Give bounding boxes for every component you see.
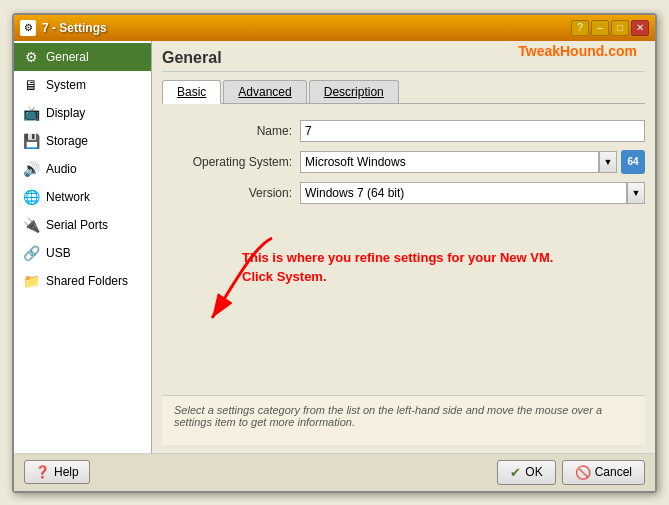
- title-bar: ⚙ 7 - Settings ? – □ ✕: [14, 15, 655, 41]
- version-select-wrapper: Windows 7 (64 bit) ▼: [300, 182, 645, 204]
- help-icon: ❓: [35, 465, 50, 479]
- sidebar-item-display[interactable]: 📺 Display: [14, 99, 151, 127]
- close-btn[interactable]: ✕: [631, 20, 649, 36]
- sidebar-item-label-system: System: [46, 78, 86, 92]
- network-icon: 🌐: [22, 188, 40, 206]
- watermark: TweakHound.com: [518, 43, 637, 59]
- annotation-box: This is where you refine settings for yo…: [162, 218, 645, 395]
- sidebar-item-network[interactable]: 🌐 Network: [14, 183, 151, 211]
- tab-description-label: Description: [324, 85, 384, 99]
- name-row: Name:: [162, 120, 645, 142]
- maximize-btn[interactable]: □: [611, 20, 629, 36]
- cancel-label: Cancel: [595, 465, 632, 479]
- os-label: Operating System:: [162, 155, 292, 169]
- sidebar-item-audio[interactable]: 🔊 Audio: [14, 155, 151, 183]
- os-select[interactable]: Microsoft Windows: [300, 151, 599, 173]
- window-body: ⚙ General 🖥 System 📺 Display 💾 Storage 🔊: [14, 41, 655, 453]
- help-title-btn[interactable]: ?: [571, 20, 589, 36]
- tab-description[interactable]: Description: [309, 80, 399, 103]
- cancel-icon: 🚫: [575, 465, 591, 480]
- window-title: 7 - Settings: [42, 21, 571, 35]
- sidebar-item-label-usb: USB: [46, 246, 71, 260]
- sidebar-item-label-shared-folders: Shared Folders: [46, 274, 128, 288]
- sidebar-item-label-general: General: [46, 50, 89, 64]
- cancel-button[interactable]: 🚫 Cancel: [562, 460, 645, 485]
- tab-advanced-label: Advanced: [238, 85, 291, 99]
- os-select-wrapper: Microsoft Windows ▼ 64: [300, 150, 645, 174]
- tab-bar: Basic Advanced Description: [162, 80, 645, 104]
- sidebar-item-shared-folders[interactable]: 📁 Shared Folders: [14, 267, 151, 295]
- sidebar-item-label-audio: Audio: [46, 162, 77, 176]
- shared-folders-icon: 📁: [22, 272, 40, 290]
- usb-icon: 🔗: [22, 244, 40, 262]
- sidebar-item-usb[interactable]: 🔗 USB: [14, 239, 151, 267]
- version-select[interactable]: Windows 7 (64 bit): [300, 182, 627, 204]
- ok-button[interactable]: ✔ OK: [497, 460, 555, 485]
- help-button[interactable]: ❓ Help: [24, 460, 90, 484]
- minimize-btn[interactable]: –: [591, 20, 609, 36]
- version-label: Version:: [162, 186, 292, 200]
- sidebar-item-system[interactable]: 🖥 System: [14, 71, 151, 99]
- general-icon: ⚙: [22, 48, 40, 66]
- version-dropdown-btn[interactable]: ▼: [627, 182, 645, 204]
- settings-form: Name: Operating System: Microsoft Window…: [162, 114, 645, 218]
- sidebar: ⚙ General 🖥 System 📺 Display 💾 Storage 🔊: [14, 41, 152, 453]
- watermark-suffix: Hound.com: [560, 43, 637, 59]
- tab-advanced[interactable]: Advanced: [223, 80, 306, 103]
- sidebar-item-label-serial-ports: Serial Ports: [46, 218, 108, 232]
- name-label: Name:: [162, 124, 292, 138]
- annotation-arrow: [202, 228, 292, 331]
- sidebar-item-label-network: Network: [46, 190, 90, 204]
- storage-icon: 💾: [22, 132, 40, 150]
- os-row: Operating System: Microsoft Windows ▼ 64: [162, 150, 645, 174]
- sidebar-item-storage[interactable]: 💾 Storage: [14, 127, 151, 155]
- system-icon: 🖥: [22, 76, 40, 94]
- window-controls: ? – □ ✕: [571, 20, 649, 36]
- ok-icon: ✔: [510, 465, 521, 480]
- tab-basic-label: Basic: [177, 85, 206, 99]
- action-buttons: ✔ OK 🚫 Cancel: [497, 460, 645, 485]
- serial-ports-icon: 🔌: [22, 216, 40, 234]
- sidebar-item-label-display: Display: [46, 106, 85, 120]
- sidebar-item-serial-ports[interactable]: 🔌 Serial Ports: [14, 211, 151, 239]
- sidebar-item-label-storage: Storage: [46, 134, 88, 148]
- watermark-prefix: Tweak: [518, 43, 560, 59]
- version-row: Version: Windows 7 (64 bit) ▼: [162, 182, 645, 204]
- name-input[interactable]: [300, 120, 645, 142]
- tab-basic[interactable]: Basic: [162, 80, 221, 104]
- os-icon: 64: [621, 150, 645, 174]
- help-label: Help: [54, 465, 79, 479]
- ok-label: OK: [525, 465, 542, 479]
- os-dropdown-btn[interactable]: ▼: [599, 151, 617, 173]
- window-icon: ⚙: [20, 20, 36, 36]
- sidebar-item-general[interactable]: ⚙ General: [14, 43, 151, 71]
- display-icon: 📺: [22, 104, 40, 122]
- settings-window: ⚙ 7 - Settings ? – □ ✕ TweakHound.com ⚙ …: [12, 13, 657, 493]
- bottom-bar: ❓ Help ✔ OK 🚫 Cancel: [14, 453, 655, 491]
- audio-icon: 🔊: [22, 160, 40, 178]
- main-content: General Basic Advanced Description: [152, 41, 655, 453]
- status-bar: Select a settings category from the list…: [162, 395, 645, 445]
